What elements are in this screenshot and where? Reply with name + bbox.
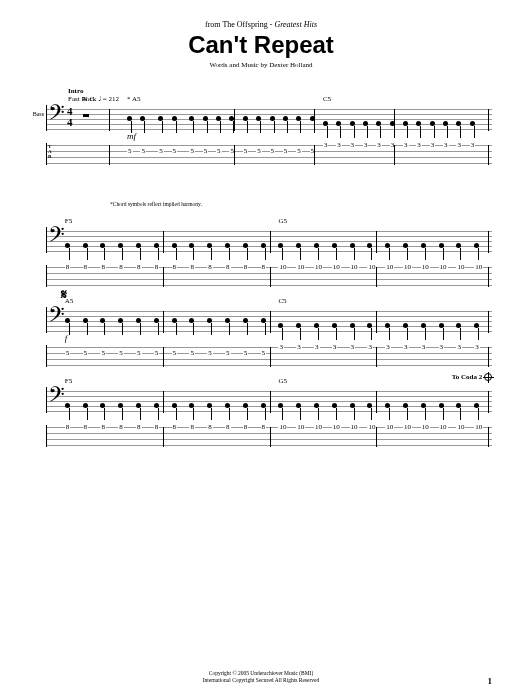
notehead — [456, 403, 461, 408]
tab-fret-number: 8 — [118, 424, 124, 431]
tab-fret-number: 8 — [189, 264, 195, 271]
tab-fret-number: 3 — [367, 344, 373, 351]
tab-fret-number: 10 — [332, 424, 341, 431]
barline — [109, 109, 110, 131]
barline — [376, 391, 377, 413]
notehead — [172, 403, 177, 408]
notehead — [456, 243, 461, 248]
bass-clef-icon: 𝄢 — [48, 225, 65, 251]
tab-fret-number: 5 — [270, 148, 276, 155]
tab-fret-number: 5 — [172, 148, 178, 155]
chord-symbol: F5 — [65, 217, 72, 225]
notehead — [296, 403, 301, 408]
notehead — [332, 323, 337, 328]
tab-fret-number: 5 — [243, 350, 249, 357]
notehead — [456, 121, 461, 126]
tab-fret-number: 8 — [65, 264, 71, 271]
tab-fret-number: 8 — [136, 264, 142, 271]
barline — [488, 231, 489, 253]
tab-fret-number: 3 — [416, 142, 422, 149]
tab-fret-number: 10 — [332, 264, 341, 271]
notehead — [225, 318, 230, 323]
tab-fret-number: 8 — [154, 424, 160, 431]
notehead — [189, 318, 194, 323]
barline — [270, 391, 271, 413]
tab-fret-number: 5 — [158, 148, 164, 155]
tab-fret-number: 10 — [350, 264, 359, 271]
barline — [109, 145, 110, 165]
notehead — [127, 116, 132, 121]
tab-fret-number: 3 — [403, 344, 409, 351]
tab-fret-number: 5 — [261, 350, 267, 357]
notehead — [261, 403, 266, 408]
notehead — [172, 243, 177, 248]
notehead — [172, 116, 177, 121]
notehead — [100, 318, 105, 323]
barline — [376, 347, 377, 367]
tab-fret-number: 5 — [100, 350, 106, 357]
notehead — [207, 318, 212, 323]
barline — [314, 145, 315, 165]
tab-fret-number: 8 — [83, 264, 89, 271]
tab-fret-number: 10 — [367, 424, 376, 431]
notehead — [154, 318, 159, 323]
notehead — [65, 403, 70, 408]
tab-fret-number: 10 — [456, 264, 465, 271]
tab-staff: 888888888888101010101010101010101010 — [46, 265, 492, 287]
tab-fret-number: 5 — [203, 148, 209, 155]
tab-fret-number: 5 — [243, 148, 249, 155]
notehead — [296, 116, 301, 121]
notehead — [158, 116, 163, 121]
tab-fret-number: 5 — [189, 148, 195, 155]
tab-fret-number: 3 — [421, 344, 427, 351]
tab-fret-number: 3 — [363, 142, 369, 149]
tab-fret-number: 5 — [127, 148, 133, 155]
tab-fret-number: 10 — [474, 424, 483, 431]
notehead — [136, 243, 141, 248]
copyright: Copyright © 2005 Underachiever Music (BM… — [0, 670, 522, 684]
barline — [234, 145, 235, 165]
tab-fret-number: 5 — [225, 350, 231, 357]
tab-fret-number: 8 — [225, 264, 231, 271]
barline — [163, 311, 164, 333]
tab-fret-number: 8 — [243, 264, 249, 271]
notehead — [350, 243, 355, 248]
barline — [270, 231, 271, 253]
chord-symbol: G5 — [278, 377, 287, 385]
tab-fret-number: 5 — [256, 148, 262, 155]
notehead — [314, 323, 319, 328]
barline — [270, 347, 271, 367]
tab-fret-number: 5 — [207, 350, 213, 357]
notehead — [261, 318, 266, 323]
tab-fret-number: 3 — [474, 344, 480, 351]
notehead — [403, 403, 408, 408]
notehead — [474, 243, 479, 248]
tab-fret-number: 8 — [225, 424, 231, 431]
segno-icon: 𝄋 — [61, 287, 67, 303]
barline — [394, 145, 395, 165]
barline — [314, 109, 315, 131]
notation-staff: 𝄢A5C5f𝄋 — [46, 307, 492, 333]
tab-staff: 888888888888101010101010101010101010 — [46, 425, 492, 447]
tab-fret-number: 3 — [456, 344, 462, 351]
barline — [234, 109, 235, 131]
tab-fret-number: 3 — [385, 344, 391, 351]
tab-fret-number: 5 — [216, 148, 222, 155]
notehead — [154, 403, 159, 408]
notehead — [261, 243, 266, 248]
notehead — [367, 403, 372, 408]
notehead — [83, 318, 88, 323]
tab-fret-number: 5 — [154, 350, 160, 357]
barline — [163, 347, 164, 367]
barline — [488, 311, 489, 333]
barline — [270, 427, 271, 447]
notehead — [416, 121, 421, 126]
chord-symbol: F5 — [65, 377, 72, 385]
notehead — [403, 121, 408, 126]
tab-fret-number: 3 — [376, 142, 382, 149]
notehead — [136, 403, 141, 408]
chord-symbol: * A5 — [127, 95, 140, 103]
tab-fret-number: 8 — [136, 424, 142, 431]
notehead — [296, 243, 301, 248]
tab-fret-number: 10 — [439, 424, 448, 431]
